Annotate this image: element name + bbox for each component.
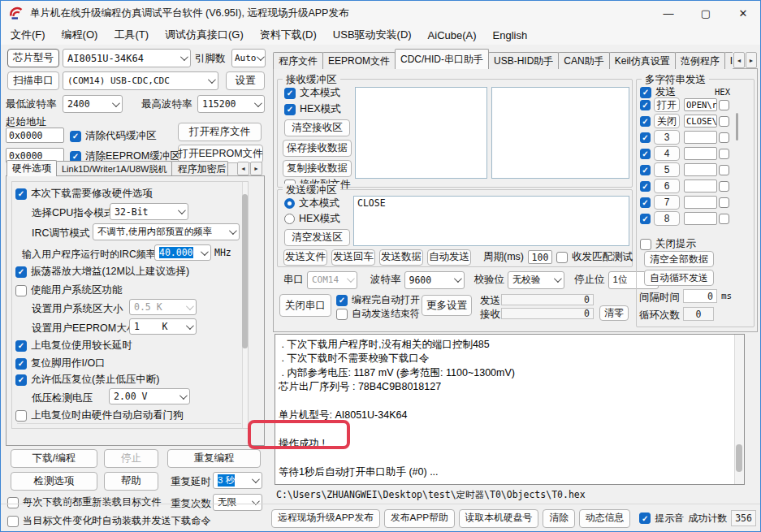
multi-row-enable-checkbox[interactable] — [640, 181, 651, 192]
irc-freq-input[interactable]: 40.000 — [154, 244, 211, 261]
chip-model-select[interactable]: AI8051U-34K64 — [63, 49, 191, 67]
pin-count-select[interactable]: Auto — [231, 49, 266, 67]
receive-text-area[interactable] — [355, 87, 487, 179]
tab-scroll-right-icon[interactable]: ► — [746, 52, 757, 68]
multi-row-value-input[interactable] — [684, 212, 717, 225]
multi-row-hex-checkbox[interactable] — [719, 197, 729, 208]
tab-program-encrypt[interactable]: 程序加密后 — [171, 161, 228, 176]
multi-row-value-input[interactable]: OPEN\r — [684, 98, 717, 111]
lvd-select[interactable]: 2.00 V — [109, 388, 190, 404]
multi-row-value-input[interactable] — [684, 163, 717, 176]
receive-hex-area[interactable] — [491, 87, 629, 179]
multi-row-hex-checkbox[interactable] — [719, 149, 729, 159]
multi-row-hex-checkbox[interactable] — [719, 116, 729, 127]
eeprom-size-select[interactable]: 1 K — [129, 318, 197, 335]
multi-row-hex-checkbox[interactable] — [719, 181, 729, 192]
menu-downloads[interactable]: 资料下载(D) — [252, 28, 325, 42]
multi-row-value-input[interactable] — [684, 196, 717, 209]
tab-can-helper[interactable]: CAN助手 — [558, 52, 609, 69]
multi-row-send-button[interactable]: 5 — [654, 162, 680, 177]
check-options-button[interactable]: 检测选项 — [11, 472, 97, 491]
period-input[interactable]: 100 — [528, 250, 552, 264]
maximize-button[interactable]: ▢ — [687, 1, 724, 25]
tab-usb-hid-helper[interactable]: USB-HID助手 — [488, 52, 559, 69]
tab-scroll-left-icon[interactable]: ◄ — [733, 52, 745, 68]
user-system-area-checkbox[interactable]: 使能用户系统区功能 — [15, 283, 123, 297]
tab-hardware-options[interactable]: 硬件选项 — [6, 160, 57, 176]
scan-port-button[interactable]: 扫描串口 — [7, 71, 59, 90]
close-serial-button[interactable]: 关闭串口 — [279, 294, 331, 317]
reload-target-checkbox[interactable]: 每次下载前都重新装载目标文件 — [7, 495, 162, 509]
tab-offline-download[interactable]: Link1D/Writer1A/U8W脱机 — [56, 161, 172, 176]
tab-io-config[interactable]: I/O口配置 — [724, 52, 733, 69]
clear-all-data-button[interactable]: 清空全部数据 — [644, 251, 714, 267]
tab-sample-programs[interactable]: 范例程序 — [675, 52, 725, 69]
parity-combo[interactable]: 无校验 — [508, 271, 564, 289]
repeat-delay-select[interactable]: 3 秒 — [213, 472, 262, 489]
chip-model-button[interactable]: 芯片型号 — [7, 49, 59, 67]
multi-row-send-button[interactable]: 4 — [654, 146, 680, 161]
multi-row-send-button[interactable]: 打开 — [654, 97, 680, 112]
send-text-mode-radio[interactable]: 文本模式 — [284, 197, 339, 210]
multi-row-value-input[interactable] — [684, 179, 717, 192]
help-button[interactable]: 帮助 — [104, 472, 158, 491]
long-reset-delay-checkbox[interactable]: 上电复位使用较长延时 — [15, 339, 132, 353]
autoload-on-change-checkbox[interactable]: 当目标文件变化时自动装载并发送下载命令 — [7, 514, 211, 528]
menu-english[interactable]: English — [485, 29, 536, 41]
auto-loop-send-button[interactable]: 自动循环发送 — [644, 270, 714, 286]
irc-mode-select[interactable]: 不调节,使用内部预置的频率 — [93, 223, 240, 240]
code-start-address-input[interactable]: 0x0000 — [6, 128, 64, 143]
clear-button[interactable]: 清除 — [543, 509, 575, 528]
menu-aicube[interactable]: AiCube(A) — [420, 29, 485, 41]
multi-row-hex-checkbox[interactable] — [719, 214, 729, 224]
reset-counters-button[interactable]: 清零 — [599, 305, 629, 321]
save-receive-button[interactable]: 保存接收数据 — [283, 140, 352, 157]
multi-row-value-input[interactable] — [684, 131, 717, 144]
multi-row-send-button[interactable]: 7 — [654, 195, 680, 210]
reset-pin-io-checkbox[interactable]: 复位脚用作I/O口 — [15, 357, 106, 370]
repeat-program-button[interactable]: 重复编程 — [167, 449, 261, 468]
baud-combo[interactable]: 9600 — [404, 271, 465, 289]
clear-send-button[interactable]: 清空发送区 — [284, 229, 350, 246]
close-tip-checkbox[interactable]: 关闭提示 — [640, 237, 696, 251]
hwtab-scroll-left-icon[interactable]: ◄ — [237, 162, 249, 175]
auto-open-after-program-checkbox[interactable]: 编程完自动打开 — [336, 293, 420, 307]
clear-receive-button[interactable]: 清空接收区 — [284, 119, 350, 136]
dynamic-info-button[interactable]: 动态信息 — [579, 509, 630, 528]
multi-row-enable-checkbox[interactable] — [640, 100, 651, 110]
match-test-checkbox[interactable]: 收发匹配测试 — [556, 250, 633, 264]
serial-port-select[interactable]: (COM14) USB-CDC,CDC — [63, 71, 218, 90]
watchdog-checkbox[interactable]: 上电复位时由硬件自动启动看门狗 — [15, 409, 184, 422]
max-baud-select[interactable]: 115200 — [197, 95, 265, 113]
multi-row-send-button[interactable]: 8 — [654, 211, 680, 226]
download-program-button[interactable]: 下载/编程 — [11, 449, 97, 468]
clear-code-buffer-checkbox[interactable]: 清除代码缓冲区 — [70, 129, 157, 143]
port-settings-button[interactable]: 设置 — [226, 71, 265, 90]
multi-row-value-input[interactable] — [684, 147, 717, 160]
tab-cdc-hid-serial-helper[interactable]: CDC/HID-串口助手 — [395, 49, 489, 69]
send-file-button[interactable]: 发送文件 — [283, 249, 327, 266]
send-data-button[interactable]: 发送数据 — [379, 249, 423, 266]
tab-program-file[interactable]: 程序文件 — [273, 52, 323, 69]
send-text-area[interactable]: CLOSE — [353, 196, 629, 246]
multi-row-send-button[interactable]: 关闭 — [654, 114, 680, 128]
multi-row-hex-checkbox[interactable] — [719, 132, 729, 143]
read-disk-id-button[interactable]: 读取本机硬盘号 — [459, 509, 539, 528]
multi-row-enable-checkbox[interactable] — [640, 149, 651, 159]
copy-receive-button[interactable]: 复制接收数据 — [283, 160, 352, 177]
multi-row-send-button[interactable]: 6 — [654, 179, 680, 193]
recv-hex-mode-checkbox[interactable]: HEX模式 — [284, 102, 341, 116]
interval-input[interactable]: 0 — [683, 289, 717, 303]
multi-row-enable-checkbox[interactable] — [640, 197, 651, 208]
menu-usb-driver[interactable]: USB驱动安装(D) — [325, 28, 420, 42]
log-scrollbar-thumb[interactable] — [736, 444, 742, 472]
cpu-mode-select[interactable]: 32-Bit — [110, 203, 188, 220]
multi-scrollbar-thumb[interactable] — [736, 113, 738, 141]
multi-row-value-input[interactable]: CLOSE\ — [684, 115, 717, 128]
min-baud-select[interactable]: 2400 — [63, 95, 123, 113]
recv-text-mode-checkbox[interactable]: 文本模式 — [284, 86, 340, 100]
repeat-count-select[interactable]: 无限 — [213, 494, 262, 511]
low-voltage-reset-checkbox[interactable]: 允许低压复位(禁止低压中断) — [15, 373, 159, 387]
menu-program[interactable]: 编程(O) — [54, 28, 106, 42]
multi-row-enable-checkbox[interactable] — [640, 116, 651, 127]
